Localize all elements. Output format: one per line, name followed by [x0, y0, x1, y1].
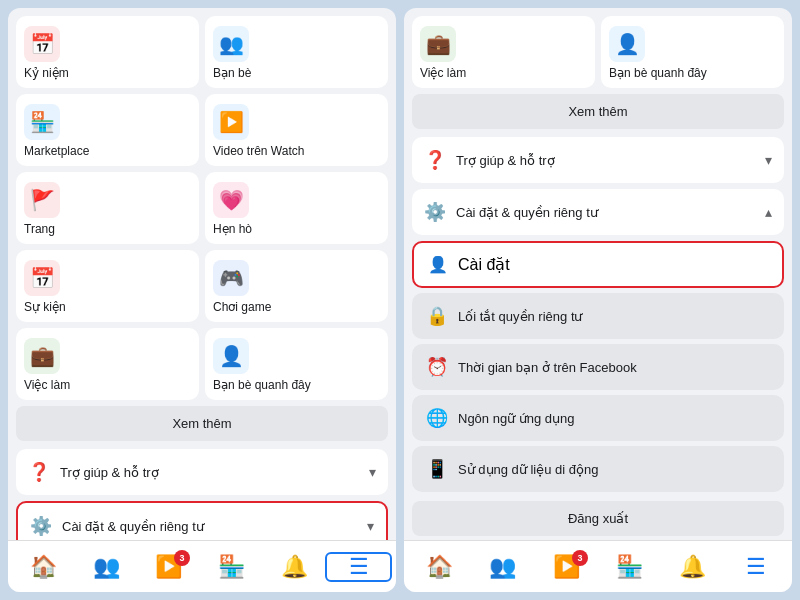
- tro-giup-label: Trợ giúp & hỗ trợ: [60, 465, 159, 480]
- right-video-badge: 3: [572, 550, 588, 566]
- banBe-label: Bạn bè: [213, 66, 251, 80]
- left-scroll-content: 📅 Kỷ niệm 👥 Bạn bè 🏪 Marketplace ▶️ Vide…: [8, 8, 396, 540]
- loiTat-label: Lối tắt quyền riêng tư: [458, 309, 583, 324]
- bell-icon: 🔔: [281, 554, 308, 580]
- kyNiem-label: Kỷ niệm: [24, 66, 69, 80]
- suDungDL-icon: 📱: [426, 458, 448, 480]
- henDo-icon: 💗: [213, 182, 249, 218]
- right-viecLam-icon: 💼: [420, 26, 456, 62]
- grid-item-trang[interactable]: 🚩 Trang: [16, 172, 199, 244]
- right-nav-bell[interactable]: 🔔: [661, 554, 724, 580]
- right-bell-icon: 🔔: [679, 554, 706, 580]
- caiDat-icon: 👤: [428, 255, 448, 274]
- sub-item-suDungDL[interactable]: 📱 Sử dụng dữ liệu di động: [412, 446, 784, 492]
- home-icon: 🏠: [30, 554, 57, 580]
- videoWatch-label: Video trên Watch: [213, 144, 304, 158]
- right-scroll-content: 💼 Việc làm 👤 Bạn bè quanh đây Xem thêm ❓…: [404, 8, 792, 540]
- left-nav-bell[interactable]: 🔔: [263, 554, 326, 580]
- left-nav-friends[interactable]: 👥: [75, 554, 138, 580]
- suKien-icon: 📅: [24, 260, 60, 296]
- left-tro-giup-row[interactable]: ❓ Trợ giúp & hỗ trợ ▾: [16, 449, 388, 495]
- choiGame-label: Chơi game: [213, 300, 271, 314]
- right-banBeQuanhDay-icon: 👤: [609, 26, 645, 62]
- thoiGian-icon: ⏰: [426, 356, 448, 378]
- caiDat-label: Cài đặt: [458, 255, 510, 274]
- left-panel: 📅 Kỷ niệm 👥 Bạn bè 🏪 Marketplace ▶️ Vide…: [8, 8, 396, 592]
- left-nav-menu[interactable]: ☰: [325, 552, 392, 582]
- cai-dat-label: Cài đặt & quyền riêng tư: [62, 519, 204, 534]
- left-nav-home[interactable]: 🏠: [12, 554, 75, 580]
- right-nav-video[interactable]: ▶️ 3: [535, 554, 598, 580]
- right-dangxuat-button[interactable]: Đăng xuất: [412, 501, 784, 536]
- left-bottom-nav: 🏠 👥 ▶️ 3 🏪 🔔 ☰: [8, 540, 396, 592]
- right-xem-them-button[interactable]: Xem thêm: [412, 94, 784, 129]
- right-tro-giup-row[interactable]: ❓ Trợ giúp & hỗ trợ ▾: [412, 137, 784, 183]
- grid-item-marketplace[interactable]: 🏪 Marketplace: [16, 94, 199, 166]
- sub-item-caiDat[interactable]: 👤 Cài đặt: [412, 241, 784, 288]
- banBe-icon: 👥: [213, 26, 249, 62]
- ngonNgu-icon: 🌐: [426, 407, 448, 429]
- right-cai-dat-section-icon: ⚙️: [424, 201, 446, 223]
- grid-item-henDo[interactable]: 💗 Hẹn hò: [205, 172, 388, 244]
- left-cai-dat-row[interactable]: ⚙️ Cài đặt & quyền riêng tư ▾: [16, 501, 388, 540]
- right-home-icon: 🏠: [426, 554, 453, 580]
- grid-item-videoWatch[interactable]: ▶️ Video trên Watch: [205, 94, 388, 166]
- left-nav-video[interactable]: ▶️ 3: [137, 554, 200, 580]
- trang-label: Trang: [24, 222, 55, 236]
- right-nav-home[interactable]: 🏠: [408, 554, 471, 580]
- suDungDL-label: Sử dụng dữ liệu di động: [458, 462, 598, 477]
- loiTat-icon: 🔒: [426, 305, 448, 327]
- right-section-header[interactable]: ⚙️ Cài đặt & quyền riêng tư ▴: [412, 189, 784, 235]
- right-tro-giup-icon: ❓: [424, 149, 446, 171]
- sub-item-loiTat[interactable]: 🔒 Lối tắt quyền riêng tư: [412, 293, 784, 339]
- grid-item-banBe[interactable]: 👥 Bạn bè: [205, 16, 388, 88]
- grid-item-banBeQuanhDay[interactable]: 👤 Bạn bè quanh đây: [205, 328, 388, 400]
- right-nav-menu[interactable]: ☰: [725, 554, 788, 580]
- right-bottom-nav: 🏠 👥 ▶️ 3 🏪 🔔 ☰: [404, 540, 792, 592]
- left-xem-them-button[interactable]: Xem thêm: [16, 406, 388, 441]
- right-friends-icon: 👥: [489, 554, 516, 580]
- video-icon: ▶️: [213, 104, 249, 140]
- trang-icon: 🚩: [24, 182, 60, 218]
- grid-item-viecLam[interactable]: 💼 Việc làm: [16, 328, 199, 400]
- viecLam-icon: 💼: [24, 338, 60, 374]
- right-store-icon: 🏪: [616, 554, 643, 580]
- right-banBeQuanhDay-label: Bạn bè quanh đây: [609, 66, 707, 80]
- marketplace-icon: 🏪: [24, 104, 60, 140]
- left-nav-store[interactable]: 🏪: [200, 554, 263, 580]
- marketplace-label: Marketplace: [24, 144, 89, 158]
- right-tro-giup-chevron: ▾: [765, 152, 772, 168]
- right-banBeQuanhDay[interactable]: 👤 Bạn bè quanh đây: [601, 16, 784, 88]
- sub-item-thoiGian[interactable]: ⏰ Thời gian bạn ở trên Facebook: [412, 344, 784, 390]
- thoiGian-label: Thời gian bạn ở trên Facebook: [458, 360, 637, 375]
- video-badge: 3: [174, 550, 190, 566]
- banBeQuanhDay-label: Bạn bè quanh đây: [213, 378, 311, 392]
- right-viecLam[interactable]: 💼 Việc làm: [412, 16, 595, 88]
- right-section-title: Cài đặt & quyền riêng tư: [456, 205, 598, 220]
- right-viecLam-label: Việc làm: [420, 66, 466, 80]
- store-icon: 🏪: [218, 554, 245, 580]
- banBeQuanhDay-icon: 👤: [213, 338, 249, 374]
- right-menu-icon: ☰: [746, 554, 766, 580]
- right-tro-giup-label: Trợ giúp & hỗ trợ: [456, 153, 555, 168]
- tro-giup-icon: ❓: [28, 461, 50, 483]
- right-section-chevron: ▴: [765, 204, 772, 220]
- game-icon: 🎮: [213, 260, 249, 296]
- left-grid: 📅 Kỷ niệm 👥 Bạn bè 🏪 Marketplace ▶️ Vide…: [16, 16, 388, 400]
- henDo-label: Hẹn hò: [213, 222, 252, 236]
- grid-item-choiGame[interactable]: 🎮 Chơi game: [205, 250, 388, 322]
- friends-icon: 👥: [93, 554, 120, 580]
- menu-icon: ☰: [349, 554, 369, 580]
- right-panel: 💼 Việc làm 👤 Bạn bè quanh đây Xem thêm ❓…: [404, 8, 792, 592]
- sub-item-ngonNgu[interactable]: 🌐 Ngôn ngữ ứng dụng: [412, 395, 784, 441]
- grid-item-suKien[interactable]: 📅 Sự kiện: [16, 250, 199, 322]
- kyNiem-icon: 📅: [24, 26, 60, 62]
- grid-item-kyNiem[interactable]: 📅 Kỷ niệm: [16, 16, 199, 88]
- right-nav-friends[interactable]: 👥: [471, 554, 534, 580]
- cai-dat-icon: ⚙️: [30, 515, 52, 537]
- ngonNgu-label: Ngôn ngữ ứng dụng: [458, 411, 575, 426]
- viecLam-label: Việc làm: [24, 378, 70, 392]
- right-nav-store[interactable]: 🏪: [598, 554, 661, 580]
- suKien-label: Sự kiện: [24, 300, 66, 314]
- tro-giup-chevron: ▾: [369, 464, 376, 480]
